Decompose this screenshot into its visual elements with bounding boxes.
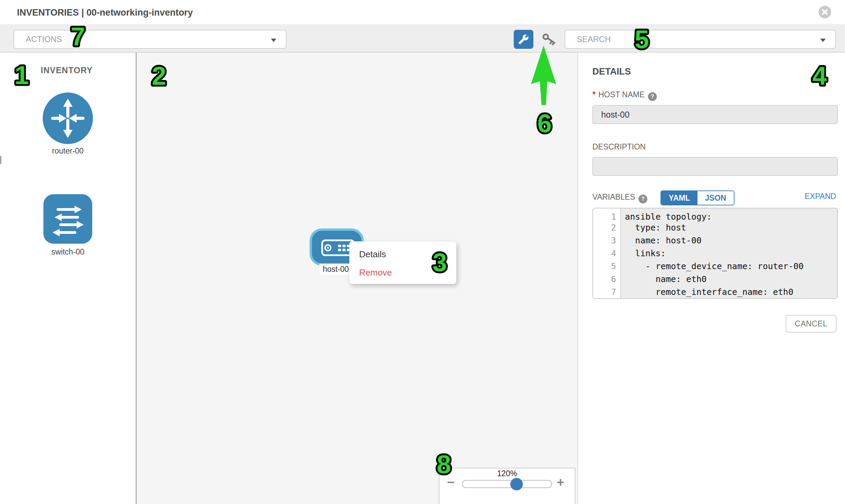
- panel-edge-notch: [0, 156, 1, 164]
- host-name-field-label-row: *HOST NAME?: [592, 89, 657, 101]
- help-icon[interactable]: ?: [638, 195, 647, 203]
- host-name-label: HOST NAME: [598, 90, 645, 99]
- wrench-icon: [518, 34, 529, 45]
- code-line: 4 links:: [593, 247, 837, 260]
- inventory-topology-page: INVENTORIES | 00-networking-inventory AC…: [0, 0, 845, 504]
- tab-json[interactable]: JSON: [698, 191, 734, 205]
- host-name-input[interactable]: [592, 105, 838, 124]
- context-menu-item-remove[interactable]: Remove: [359, 263, 456, 282]
- zoom-level-label: 120%: [439, 469, 576, 478]
- line-text: name: host-00: [621, 234, 837, 247]
- zoom-slider-thumb[interactable]: [510, 478, 523, 490]
- page-title: INVENTORIES | 00-networking-inventory: [17, 0, 193, 24]
- line-number: 3: [593, 234, 621, 247]
- chevron-down-icon: [820, 39, 826, 42]
- expand-link[interactable]: EXPAND: [805, 192, 836, 201]
- variables-label: VARIABLES: [592, 193, 635, 201]
- line-text: ansible_topology:: [621, 209, 837, 221]
- line-number: 1: [593, 209, 621, 221]
- router-icon: [42, 92, 93, 144]
- description-label: DESCRIPTION: [592, 142, 646, 151]
- tab-yaml[interactable]: YAML: [661, 191, 698, 205]
- code-line: 6 name: eth0: [593, 273, 837, 286]
- key-icon: [541, 31, 558, 48]
- toolbox-button[interactable]: [514, 30, 533, 49]
- actions-dropdown-label: ACTIONS: [26, 35, 62, 44]
- zoom-out-button[interactable]: −: [447, 476, 454, 489]
- description-input[interactable]: [592, 157, 838, 176]
- line-text: remote_interface_name: eth0: [621, 286, 837, 299]
- palette-item-router-label: router-00: [17, 146, 119, 156]
- variables-label-row: VARIABLES?: [592, 193, 647, 203]
- line-number: 4: [593, 247, 621, 260]
- search-dropdown[interactable]: SEARCH: [565, 30, 836, 49]
- required-marker: *: [592, 89, 596, 99]
- code-line: 3 name: host-00: [593, 234, 837, 247]
- cancel-button[interactable]: CANCEL: [786, 315, 837, 332]
- code-line: 1 ansible_topology:: [593, 209, 837, 221]
- actions-dropdown[interactable]: ACTIONS: [14, 30, 286, 49]
- variables-format-toggle: YAML JSON: [661, 191, 735, 205]
- line-text: name: eth0: [621, 273, 837, 286]
- line-number: 6: [593, 273, 621, 286]
- palette-item-switch[interactable]: [43, 194, 92, 246]
- host-node-label: host-00: [319, 264, 352, 275]
- node-context-menu: Details Remove: [349, 241, 456, 284]
- search-dropdown-label: SEARCH: [577, 35, 611, 44]
- line-number: 2: [593, 221, 621, 234]
- line-text: links:: [621, 247, 837, 260]
- key-button[interactable]: [541, 31, 558, 48]
- palette-item-router[interactable]: [42, 92, 93, 146]
- page-header: INVENTORIES | 00-networking-inventory: [0, 0, 845, 24]
- line-number: 5: [593, 260, 621, 273]
- code-line: 5 - remote_device_name: router-00: [593, 260, 837, 273]
- palette-item-switch-label: switch-00: [17, 248, 119, 256]
- help-icon[interactable]: ?: [648, 92, 657, 101]
- chevron-down-icon: [271, 39, 276, 42]
- context-menu-item-details[interactable]: Details: [359, 245, 456, 263]
- line-number: 7: [593, 286, 621, 299]
- code-line: 7 remote_interface_name: eth0: [593, 286, 837, 299]
- variables-code-editor[interactable]: 1 ansible_topology: 2 type: host 3 name:…: [592, 208, 838, 299]
- zoom-slider-track[interactable]: [462, 480, 552, 488]
- details-panel-title: DETAILS: [592, 67, 631, 77]
- line-text: - remote_device_name: router-00: [621, 260, 837, 273]
- inventory-palette-title: INVENTORY: [41, 66, 92, 75]
- code-line: 2 type: host: [593, 221, 837, 234]
- zoom-in-button[interactable]: +: [557, 476, 564, 489]
- switch-icon: [43, 194, 92, 244]
- close-icon[interactable]: [818, 6, 831, 18]
- line-text: type: host: [621, 221, 837, 234]
